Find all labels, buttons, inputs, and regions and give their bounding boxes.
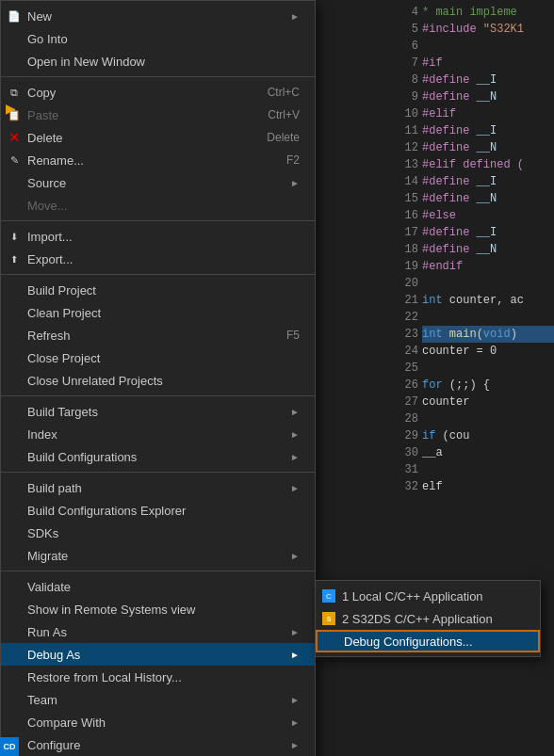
context-menu: 📄New►Go IntoOpen in New Window⧉CopyCtrl+…: [0, 0, 316, 756]
import-icon: ⬇: [7, 229, 22, 244]
menu-item-configure[interactable]: Configure►: [1, 733, 315, 756]
menu-label-run-as: Run As: [27, 625, 290, 639]
submenu-arrow-migrate: ►: [290, 551, 300, 561]
menu-label-close-unrelated: Close Unrelated Projects: [27, 374, 300, 388]
code-line: counter = 0: [422, 343, 554, 360]
menu-item-build-config-explorer[interactable]: Build Configurations Explorer: [1, 499, 315, 522]
menu-item-close-project[interactable]: Close Project: [1, 346, 315, 369]
new-icon: 📄: [7, 8, 22, 24]
menu-label-paste: Paste: [27, 108, 268, 122]
menu-item-open-new-window[interactable]: Open in New Window: [1, 50, 315, 72]
menu-label-show-remote: Show in Remote Systems view: [27, 603, 300, 617]
menu-item-index[interactable]: Index►: [1, 423, 315, 445]
menu-item-restore-history[interactable]: Restore from Local History...: [1, 666, 315, 688]
code-line: #define __N: [422, 88, 554, 105]
s32ds-icon: S: [321, 611, 336, 626]
menu-item-copy[interactable]: ⧉CopyCtrl+C: [1, 81, 315, 104]
menu-item-go-into[interactable]: Go Into: [1, 27, 315, 50]
menu-separator: [1, 395, 315, 396]
menu-label-build-project: Build Project: [27, 283, 300, 298]
code-line: elf: [422, 478, 554, 495]
submenu-item-debug-config[interactable]: Debug Configurations...: [316, 630, 540, 652]
menu-item-paste: 📋PasteCtrl+V: [1, 104, 315, 126]
rename-icon: ✎: [7, 153, 22, 168]
menu-label-open-new-window: Open in New Window: [27, 55, 300, 69]
export-icon: ⬆: [7, 251, 22, 266]
menu-item-rename[interactable]: ✎Rename...F2: [1, 149, 315, 171]
code-line: [422, 360, 554, 377]
menu-item-compare-with[interactable]: Compare With►: [1, 711, 315, 733]
code-line: #elif: [422, 105, 554, 122]
submenu-item-s32ds-cpp[interactable]: S2 S32DS C/C++ Application: [316, 607, 540, 630]
menu-separator: [1, 220, 315, 221]
code-line: #include "S32K1: [422, 21, 554, 38]
menu-item-refresh[interactable]: RefreshF5: [1, 324, 315, 346]
submenu-arrow-source: ►: [290, 178, 300, 188]
menu-item-clean-project[interactable]: Clean Project: [1, 301, 315, 324]
code-line: [422, 410, 554, 427]
menu-label-configure: Configure: [27, 738, 290, 752]
menu-item-import[interactable]: ⬇Import...: [1, 225, 315, 248]
code-line: [422, 309, 554, 326]
menu-item-close-unrelated[interactable]: Close Unrelated Projects: [1, 369, 315, 392]
menu-label-sdks: SDKs: [27, 526, 300, 540]
code-line: #define __N: [422, 190, 554, 207]
menu-label-rename: Rename...: [27, 153, 286, 168]
submenu-arrow-configure: ►: [290, 740, 300, 750]
menu-label-delete: Delete: [27, 131, 267, 145]
menu-item-build-project[interactable]: Build Project: [1, 279, 315, 301]
menu-item-build-path[interactable]: Build path►: [1, 476, 315, 499]
code-line: for (;;) {: [422, 377, 554, 394]
menu-item-export[interactable]: ⬆Export...: [1, 248, 315, 270]
menu-shortcut-copy: Ctrl+C: [268, 86, 300, 99]
code-line: #endif: [422, 258, 554, 275]
menu-separator: [1, 571, 315, 571]
code-line: #define __I: [422, 224, 554, 241]
menu-shortcut-refresh: F5: [286, 329, 300, 342]
code-line: #define __I: [422, 122, 554, 139]
menu-item-delete[interactable]: ✕DeleteDelete: [1, 126, 315, 149]
code-line: #define __N: [422, 241, 554, 258]
menu-item-run-as[interactable]: Run As►: [1, 620, 315, 643]
menu-item-new[interactable]: 📄New►: [1, 5, 315, 27]
menu-item-build-targets[interactable]: Build Targets►: [1, 400, 315, 423]
code-line: if (cou: [422, 427, 554, 444]
menu-label-migrate: Migrate: [27, 549, 290, 563]
menu-item-show-remote[interactable]: Show in Remote Systems view: [1, 598, 315, 620]
code-line: [422, 38, 554, 55]
submenu-arrow-index: ►: [290, 429, 300, 440]
menu-label-source: Source: [27, 176, 290, 190]
menu-item-team[interactable]: Team►: [1, 688, 315, 711]
menu-item-debug-as[interactable]: Debug As►: [1, 643, 315, 666]
menu-item-migrate[interactable]: Migrate►: [1, 544, 315, 567]
submenu-label-s32ds-cpp: 2 S32DS C/C++ Application: [342, 612, 493, 626]
menu-label-new: New: [27, 9, 290, 24]
menu-label-debug-as: Debug As: [27, 648, 290, 662]
submenu-arrow-compare-with: ►: [290, 717, 300, 728]
code-line: int counter, ac: [422, 292, 554, 309]
menu-item-sdks[interactable]: SDKs: [1, 522, 315, 544]
code-line: [422, 461, 554, 478]
bottom-arrow-indicator: ▶: [6, 101, 16, 116]
menu-label-clean-project: Clean Project: [27, 306, 300, 320]
menu-label-build-config-explorer: Build Configurations Explorer: [27, 504, 300, 518]
menu-item-validate[interactable]: Validate: [1, 575, 315, 598]
menu-label-build-configurations: Build Configurations: [27, 450, 290, 464]
debug-as-submenu: C1 Local C/C++ ApplicationS2 S32DS C/C++…: [315, 580, 541, 657]
menu-item-build-configurations[interactable]: Build Configurations►: [1, 445, 315, 468]
menu-separator: [1, 274, 315, 275]
code-line: #else: [422, 207, 554, 224]
menu-label-import: Import...: [27, 230, 300, 244]
submenu-label-local-cpp: 1 Local C/C++ Application: [342, 589, 483, 603]
menu-label-index: Index: [27, 427, 290, 442]
menu-label-build-path: Build path: [27, 481, 290, 495]
menu-label-build-targets: Build Targets: [27, 405, 290, 419]
submenu-item-local-cpp[interactable]: C1 Local C/C++ Application: [316, 585, 540, 607]
menu-separator: [1, 76, 315, 77]
menu-item-source[interactable]: Source►: [1, 171, 315, 194]
code-line: int main(void): [422, 326, 554, 343]
menu-shortcut-paste: Ctrl+V: [268, 108, 300, 121]
menu-label-export: Export...: [27, 252, 300, 266]
code-line: #define __I: [422, 72, 554, 88]
menu-label-compare-with: Compare With: [27, 716, 290, 730]
